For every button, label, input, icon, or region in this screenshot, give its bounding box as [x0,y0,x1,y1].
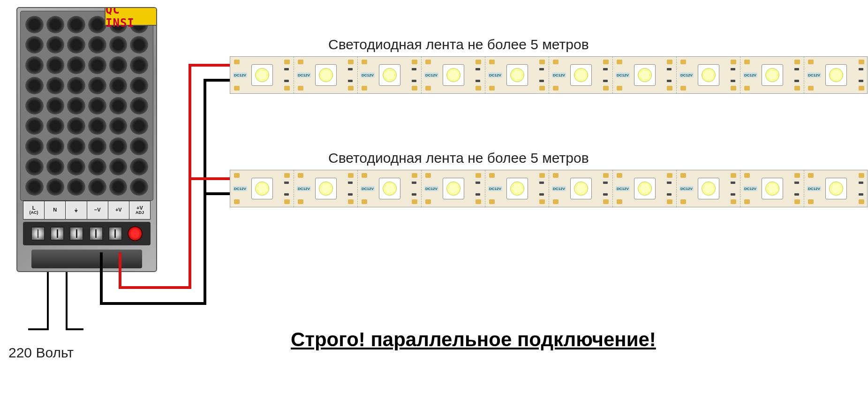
smd-resistor [603,80,608,82]
psu-vent-hole [109,178,128,196]
psu-vent-panel [20,11,153,201]
smd-resistor [284,193,289,196]
smd-resistor [667,80,672,82]
dc-neg-run1 [100,302,206,305]
solder-pad [476,173,481,178]
led-die [319,182,333,196]
solder-pad [744,86,750,91]
psu-term-vminus: −V [87,201,108,219]
solder-pad [234,86,240,91]
solder-pad [362,199,367,204]
solder-pad [284,60,290,64]
dc12v-marking: DC12V [233,186,247,191]
solder-pad [794,60,800,64]
dc12v-marking: DC12V [424,73,438,78]
smd-resistor [603,182,608,184]
dc12v-marking: DC12V [616,186,630,191]
psu-vent-hole [46,77,65,94]
dc12v-marking: DC12V [743,73,757,78]
led-strip-2: DC12VDC12VDC12VDC12VDC12VDC12VDC12VDC12V… [230,170,868,207]
psu-term-vplus: +V [108,201,129,219]
led-die [510,182,524,196]
led-die [829,68,843,82]
solder-pad [731,60,736,64]
solder-pad [298,60,303,64]
led-die [255,68,269,82]
warning-text: Строго! параллельное подключение! [291,328,656,351]
led-die [383,68,397,82]
psu-screw-vminus [89,227,103,241]
dc12v-marking: DC12V [552,186,566,191]
psu-vent-hole [130,158,148,175]
solder-pad [539,86,545,91]
solder-pad [362,60,367,64]
led-segment: DC12V [485,170,549,207]
dc12v-marking: DC12V [552,73,566,78]
smd-resistor [731,193,735,196]
solder-pad [425,173,431,178]
psu-vent-hole [109,56,128,74]
led-chip [506,178,528,199]
led-die [638,68,652,82]
solder-pad [808,199,814,204]
dc-pos-run1 [119,286,191,289]
led-chip [825,178,847,199]
ac-wire-n-tail [66,328,83,330]
led-chip [698,64,719,86]
psu-screw-n [50,227,64,241]
led-chip [825,64,847,86]
dc-pos-riser [189,64,191,289]
solder-pad [794,86,800,91]
psu-vent-hole [67,16,85,33]
psu-vent-hole [109,77,128,94]
led-chip [570,178,592,199]
smd-resistor [731,80,735,82]
psu-vent-hole [25,117,44,135]
led-chip [634,178,656,199]
solder-pad [794,199,800,204]
dc12v-marking: DC12V [807,186,821,191]
led-die [574,182,588,196]
led-segment: DC12V [804,57,868,93]
led-chip [379,178,400,199]
psu-vent-hole [67,56,85,74]
smd-resistor [539,182,544,184]
smd-resistor [348,80,353,82]
psu-vent-hole [67,77,85,94]
solder-pad [348,60,354,64]
solder-pad [489,199,495,204]
solder-pad [284,173,290,178]
led-chip [251,178,273,199]
psu-vent-hole [130,77,148,94]
led-die [446,182,460,196]
smd-resistor [284,80,289,82]
solder-pad [284,86,290,91]
led-strip-1: DC12VDC12VDC12VDC12VDC12VDC12VDC12VDC12V… [230,56,868,94]
solder-pad [539,173,545,178]
led-segment: DC12V [613,170,677,207]
dc12v-marking: DC12V [297,73,311,78]
psu-vent-hole [25,178,44,196]
led-segment: DC12V [230,170,294,207]
led-die [255,182,269,196]
dc-pos-branch1 [189,64,230,67]
led-die [510,68,524,82]
psu-vent-hole [109,36,128,53]
psu-terminal-block [23,222,151,245]
psu-base-plate [31,250,142,268]
solder-pad [298,199,303,204]
dc12v-marking: DC12V [743,186,757,191]
solder-pad [362,173,367,178]
led-chip [762,64,783,86]
solder-pad [476,199,481,204]
solder-pad [667,199,672,204]
psu-vent-hole [130,97,148,114]
solder-pad [617,173,622,178]
psu-screw-l [31,227,45,241]
psu-vent-hole [67,158,85,175]
smd-resistor [794,193,799,196]
psu-vent-hole [88,16,106,33]
solder-pad [603,60,609,64]
smd-resistor [731,68,735,70]
psu-vent-hole [67,97,85,114]
